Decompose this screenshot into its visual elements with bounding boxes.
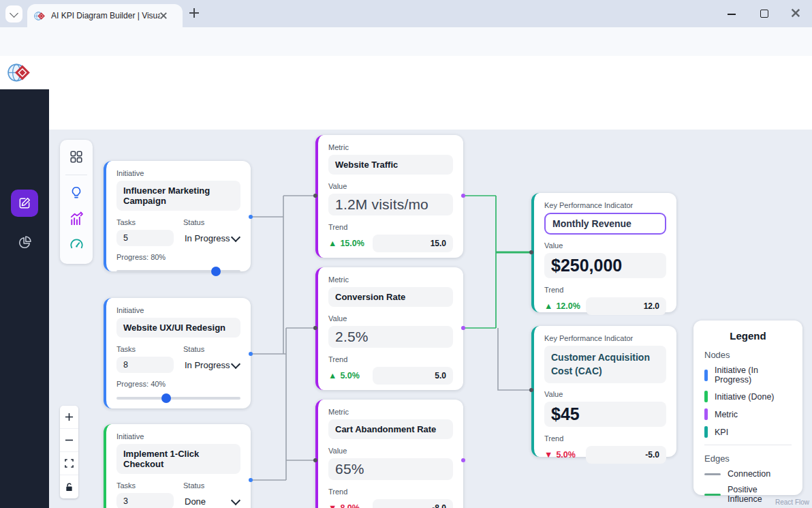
new-tab-button[interactable] [189, 8, 202, 20]
plus-icon [65, 413, 74, 421]
kpi-tool-gauge-icon[interactable] [69, 237, 84, 252]
progress-slider[interactable] [116, 397, 240, 400]
grid-tool-icon[interactable] [69, 149, 84, 164]
metric-value-field[interactable]: 2.5% [328, 326, 453, 348]
status-select[interactable]: In Progress [183, 357, 240, 374]
legend-panel: Legend Nodes Initiative (In Progress) In… [693, 320, 802, 495]
chevron-down-icon [231, 232, 240, 241]
status-label: Status [183, 345, 240, 353]
trend-value-field[interactable]: 15.0 [373, 235, 453, 252]
positive-influence-line-swatch [704, 494, 721, 496]
sidebar-item-charts[interactable] [17, 235, 32, 250]
lock-button[interactable] [60, 475, 78, 498]
trend-label: Trend [328, 355, 453, 363]
initiative-node-3[interactable]: Initiative Implement 1-Click Checkout Ta… [104, 424, 251, 508]
legend-item: Initiative (In Progress) [704, 365, 792, 385]
kpi-value-field[interactable]: $250,000 [544, 253, 666, 278]
fit-view-icon [65, 459, 74, 468]
trend-value-field[interactable]: 5.0 [373, 367, 453, 385]
metric-name-field[interactable]: Conversion Rate [328, 287, 453, 307]
initiative-node-2[interactable]: Initiative Website UX/UI Redesign Tasks8… [104, 298, 251, 408]
window-close-button[interactable] [792, 10, 803, 20]
node-type-label: Metric [328, 275, 453, 284]
sidebar-item-editor[interactable] [11, 190, 38, 217]
trend-value-field[interactable]: -5.0 [586, 446, 666, 464]
zoom-in-button[interactable] [60, 406, 78, 429]
legend-title: Legend [704, 330, 792, 342]
minimize-icon [728, 14, 736, 15]
metric-name-field[interactable]: Website Traffic [328, 155, 453, 175]
handle-metric-3-out[interactable] [461, 458, 465, 462]
trend-down-icon: ▼ [328, 503, 337, 508]
tasks-field[interactable]: 3 [116, 493, 174, 508]
handle-metric-1-out[interactable] [461, 194, 465, 198]
tasks-field[interactable]: 5 [116, 230, 174, 246]
node-type-label: Metric [328, 408, 453, 416]
status-select[interactable]: Done [183, 493, 240, 508]
node-type-label: Initiative [116, 306, 240, 314]
handle-initiative-1[interactable] [249, 215, 253, 219]
chevron-down-icon [231, 359, 240, 368]
browser-tab-strip: AI KPI Diagram Builder | Visualiz [0, 0, 812, 27]
status-select[interactable]: In Progress [183, 230, 240, 247]
trend-value-field[interactable]: -8.0 [373, 499, 453, 508]
handle-kpi-2-in[interactable] [529, 388, 533, 392]
window-minimize-button[interactable] [728, 8, 738, 19]
canvas-controls [60, 406, 78, 498]
metric-node-3[interactable]: Metric Cart Abandonment Rate Value 65% T… [315, 400, 463, 508]
kpi-node-2[interactable]: Key Performance Indicator Customer Acqui… [531, 326, 676, 457]
trend-value-field[interactable]: 12.0 [586, 297, 666, 315]
tasks-field[interactable]: 8 [116, 357, 174, 373]
palette-divider [65, 175, 87, 175]
window-maximize-button[interactable] [760, 8, 771, 19]
metric-swatch [704, 408, 708, 420]
tab-close-icon[interactable] [160, 12, 167, 19]
browser-toolbar: ai-toolbox.visual-paradigm.com/app/kpi-p… [0, 27, 812, 56]
initiative-tool-lightbulb-icon[interactable] [69, 185, 84, 200]
metric-node-1[interactable]: Metric Website Traffic Value 1.2M visits… [315, 135, 463, 258]
tab-search-button[interactable] [5, 5, 22, 23]
zoom-out-button[interactable] [60, 429, 78, 452]
metric-value-field[interactable]: 65% [328, 458, 453, 480]
handle-metric-3-in[interactable] [313, 458, 317, 462]
trend-down-icon: ▼ [544, 450, 552, 460]
kpi-node-1[interactable]: Key Performance Indicator Monthly Revenu… [531, 193, 676, 312]
initiative-name-field[interactable]: Influencer Marketing Campaign [116, 181, 240, 211]
handle-metric-1-in[interactable] [313, 194, 317, 198]
initiative-node-1[interactable]: Initiative Influencer Marketing Campaign… [104, 161, 251, 271]
progress-slider[interactable] [116, 270, 240, 273]
handle-initiative-3[interactable] [249, 478, 253, 482]
connection-edge-kpi2[interactable] [498, 328, 531, 390]
react-flow-attribution: React Flow [775, 498, 809, 506]
handle-metric-2-in[interactable] [313, 326, 317, 330]
legend-item: Initiative (Done) [704, 391, 792, 402]
kpi-name-field[interactable]: Customer Acquisition Cost (CAC) [544, 346, 666, 383]
maximize-icon [760, 10, 768, 18]
metric-value-field[interactable]: 1.2M visits/mo [328, 194, 453, 215]
kpi-name-field[interactable]: Monthly Revenue [544, 213, 666, 235]
connection-line-swatch [704, 473, 721, 475]
connection-edges[interactable] [251, 196, 315, 480]
initiative-name-field[interactable]: Website UX/UI Redesign [116, 318, 240, 338]
handle-metric-2-out[interactable] [461, 326, 465, 330]
trend-badge: ▲5.0% [328, 371, 360, 380]
metric-node-2[interactable]: Metric Conversion Rate Value 2.5% Trend … [315, 267, 463, 390]
trend-label: Trend [328, 488, 453, 496]
handle-initiative-2[interactable] [249, 352, 253, 356]
trend-badge: ▼8.0% [328, 503, 360, 508]
initiative-name-field[interactable]: Implement 1-Click Checkout [116, 444, 240, 474]
positive-influence-edges[interactable] [463, 196, 496, 328]
handle-kpi-1-in[interactable] [529, 250, 533, 254]
kpi-value-field[interactable]: $45 [544, 402, 666, 427]
value-label: Value [544, 241, 666, 250]
metric-name-field[interactable]: Cart Abandonment Rate [328, 419, 453, 439]
slider-thumb[interactable] [211, 267, 221, 276]
legend-edges-label: Edges [704, 453, 792, 464]
trend-label: Trend [544, 434, 666, 443]
browser-tab[interactable]: AI KPI Diagram Builder | Visualiz [27, 4, 183, 27]
value-label: Value [328, 447, 453, 455]
fit-view-button[interactable] [60, 452, 78, 475]
visual-paradigm-logo [7, 61, 31, 85]
metric-tool-chart-icon[interactable] [69, 211, 84, 226]
slider-thumb[interactable] [161, 393, 171, 403]
